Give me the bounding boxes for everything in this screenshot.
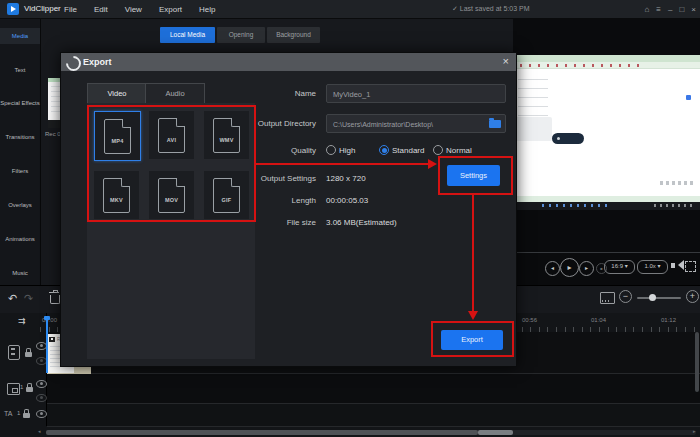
check-icon: ✓ [452, 5, 458, 12]
menu-export[interactable]: Export [159, 5, 182, 14]
quality-radio-standard[interactable] [379, 145, 389, 155]
output-directory-label: Output Directory [166, 119, 316, 128]
minimize-icon[interactable]: – [668, 5, 672, 14]
file-size-label: File size [166, 218, 316, 227]
aspect-ratio-dropdown[interactable]: 16:9 ▾ [604, 260, 635, 274]
dialog-close-icon[interactable]: × [503, 55, 509, 67]
sidebar-item-music[interactable]: Music [0, 265, 40, 281]
sidebar-item-animations[interactable]: Animations [0, 231, 40, 247]
quality-option-standard[interactable]: Standard [392, 146, 424, 155]
volume-icon[interactable] [673, 260, 684, 270]
menu-file[interactable]: File [64, 5, 77, 14]
settings-button[interactable]: Settings [447, 165, 500, 186]
folder-icon[interactable] [489, 120, 501, 128]
home-icon[interactable]: ⌂ [645, 5, 650, 14]
aspect-ratio-value: 16:9 [611, 263, 623, 269]
quality-option-high[interactable]: High [339, 146, 355, 155]
text-track-count: 1 [17, 410, 20, 416]
menu-edit[interactable]: Edit [94, 5, 108, 14]
window-controls: ⌂ ≡ – □ × [645, 0, 696, 18]
scroll-right-icon[interactable]: ▸ [693, 428, 696, 434]
recorded-icon-row [660, 181, 696, 185]
auto-ripple-icon[interactable]: ⇉ [18, 317, 26, 326]
sidebar-item-text[interactable]: Text [0, 62, 40, 78]
ruler-time: 01:12 [661, 317, 676, 323]
recorded-tooltip-pill [552, 133, 584, 144]
eye-icon[interactable] [36, 380, 47, 388]
dialog-title: Export [83, 57, 112, 67]
zoom-in-icon[interactable]: + [686, 290, 699, 303]
media-clip-name: Rec 0 [45, 131, 61, 137]
timeline-zoom-slider-knob[interactable] [649, 294, 656, 301]
fullscreen-icon[interactable] [685, 261, 696, 272]
recorded-taskbar [514, 202, 700, 210]
tab-video[interactable]: Video [87, 83, 147, 104]
eye-muted-icon[interactable] [36, 394, 47, 402]
menu-view[interactable]: View [125, 5, 142, 14]
vertical-scrollbar[interactable] [695, 332, 699, 392]
annotation-arrowhead-down [468, 311, 478, 320]
playback-speed-dropdown[interactable]: 1.0x ▾ [637, 260, 668, 274]
play-button[interactable]: ▸ [560, 258, 579, 277]
track-manager-icon[interactable] [600, 292, 615, 304]
tab-background[interactable]: Background [267, 27, 320, 43]
app-window: VidClipper File Edit View Export Help ✓ … [0, 0, 700, 437]
recorded-bookmark-icons [520, 64, 640, 67]
lock-icon[interactable] [26, 387, 33, 392]
sidebar: Media Text Special Effects Transitions F… [0, 18, 41, 285]
format-mkv[interactable]: MKV [94, 171, 139, 219]
caret-down-icon: ▾ [658, 263, 661, 269]
undo-icon[interactable]: ↶ [8, 293, 17, 304]
quality-radio-normal[interactable] [433, 145, 443, 155]
save-status-text: Last saved at 5:03 PM [460, 5, 530, 12]
pip-track[interactable] [47, 374, 700, 404]
sidebar-item-special-effects[interactable]: Special Effects [0, 95, 40, 111]
clip-record-icon [49, 337, 55, 342]
next-frame-button[interactable]: ▸ [579, 261, 594, 276]
menu-bar: File Edit View Export Help [64, 0, 215, 18]
length-label: Length [166, 196, 316, 205]
top-menubar: VidClipper File Edit View Export Help ✓ … [0, 0, 700, 19]
hamburger-icon[interactable]: ≡ [656, 5, 661, 14]
app-logo-icon [7, 3, 19, 15]
playhead[interactable] [46, 316, 48, 373]
output-directory-input[interactable]: C:\Users\Administrator\Desktop\ [326, 114, 506, 133]
sidebar-item-transitions[interactable]: Transitions [0, 129, 40, 145]
recorded-browser-tabbar [514, 55, 700, 62]
quality-label: Quality [166, 146, 316, 155]
sidebar-item-media[interactable]: Media [0, 28, 40, 44]
timeline-zoom-slider[interactable] [637, 297, 681, 299]
redo-icon[interactable]: ↷ [24, 293, 33, 304]
sidebar-item-filters[interactable]: Filters [0, 163, 40, 179]
quality-radio-high[interactable] [326, 145, 336, 155]
scroll-left-icon[interactable]: ◂ [38, 428, 41, 434]
dialog-refresh-icon [63, 53, 84, 74]
output-settings-label: Output Settings [166, 174, 316, 183]
close-icon[interactable]: × [691, 5, 696, 14]
dialog-titlebar[interactable]: Export × [61, 53, 516, 71]
export-button[interactable]: Export [441, 330, 503, 350]
horizontal-scrollbar-thumb[interactable] [46, 430, 478, 435]
speed-value: 1.0x [644, 263, 655, 269]
quality-option-normal[interactable]: Normal [446, 146, 472, 155]
zoom-out-icon[interactable]: − [619, 290, 632, 303]
format-mp4[interactable]: MP4 [94, 111, 141, 161]
lock-icon[interactable] [23, 413, 30, 418]
eye-icon[interactable] [36, 410, 47, 418]
text-track[interactable] [47, 404, 700, 426]
menu-help[interactable]: Help [199, 5, 215, 14]
recorded-panel [514, 117, 552, 141]
pip-track-icon [7, 383, 20, 395]
previous-frame-button[interactable]: ◂ [545, 261, 560, 276]
delete-icon[interactable] [50, 295, 60, 304]
maximize-icon[interactable]: □ [679, 5, 684, 14]
horizontal-scrollbar-segment[interactable] [478, 430, 513, 435]
ruler-time: 01:04 [591, 317, 606, 323]
sidebar-item-overlays[interactable]: Overlays [0, 197, 40, 213]
tab-local-media[interactable]: Local Media [160, 27, 215, 43]
name-label: Name [166, 89, 316, 98]
tab-opening[interactable]: Opening [217, 27, 265, 43]
lock-icon[interactable] [25, 352, 32, 357]
app-name: VidClipper [24, 4, 61, 13]
name-input[interactable]: MyVideo_1 [326, 84, 506, 103]
